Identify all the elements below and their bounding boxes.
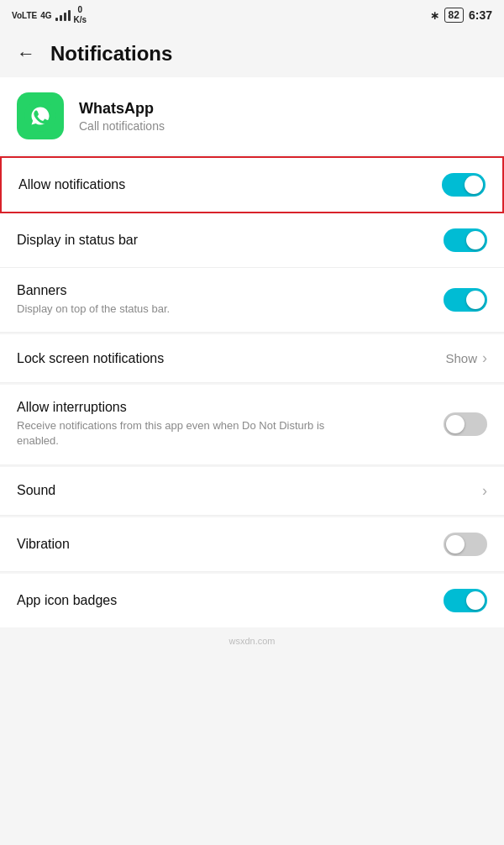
slider-banners (444, 288, 487, 312)
page-title: Notifications (50, 42, 172, 66)
chevron-wrap-lock-screen-notifications: Show› (445, 349, 487, 367)
toggle-app-icon-badges[interactable] (444, 589, 487, 612)
setting-row-allow-interruptions: Allow interruptionsReceive notifications… (0, 385, 504, 464)
chevron-icon-lock-screen-notifications: › (482, 349, 487, 367)
setting-label-lock-screen-notifications: Lock screen notifications (17, 351, 445, 366)
status-right: ∗ 82 6:37 (430, 8, 492, 23)
chevron-icon-sound: › (482, 482, 487, 500)
whatsapp-icon (24, 100, 56, 132)
toggle-allow-notifications[interactable] (442, 173, 486, 197)
setting-row-vibration: Vibration (0, 517, 504, 572)
setting-text-sound: Sound (17, 483, 482, 498)
setting-sub-banners: Display on top of the status bar. (17, 302, 336, 317)
bar2 (60, 15, 62, 21)
back-button[interactable]: ← (17, 45, 35, 63)
setting-row-lock-screen-notifications: Lock screen notificationsShow› (0, 334, 504, 383)
slider-allow-notifications (442, 173, 486, 197)
setting-label-allow-interruptions: Allow interruptions (17, 400, 444, 415)
setting-label-sound: Sound (17, 483, 482, 498)
header: ← Notifications (0, 30, 504, 77)
volte-label: VoLTE (12, 11, 37, 20)
toggle-display-status-bar[interactable] (444, 228, 487, 252)
setting-row-banners: BannersDisplay on top of the status bar. (0, 268, 504, 333)
watermark: wsxdn.com (0, 627, 504, 654)
app-details: WhatsApp Call notifications (79, 100, 165, 133)
app-icon (17, 92, 64, 139)
chevron-wrap-sound: › (482, 482, 487, 500)
setting-text-banners: BannersDisplay on top of the status bar. (17, 283, 444, 317)
setting-label-vibration: Vibration (17, 537, 444, 552)
app-subtitle: Call notifications (79, 119, 165, 133)
toggle-allow-interruptions[interactable] (444, 412, 487, 436)
clock: 6:37 (469, 8, 492, 22)
setting-row-allow-notifications: Allow notifications (0, 156, 504, 213)
network-type: 4G (40, 11, 51, 20)
data-rate: 0K/s (74, 5, 87, 25)
setting-row-display-status-bar: Display in status bar (0, 213, 504, 268)
status-bar: VoLTE 4G 0K/s ∗ 82 6:37 (0, 0, 504, 30)
toggle-vibration[interactable] (444, 533, 487, 556)
setting-text-app-icon-badges: App icon badges (17, 593, 444, 608)
slider-display-status-bar (444, 228, 487, 252)
bar3 (64, 13, 66, 21)
signal-bars (55, 9, 71, 21)
app-info-section: WhatsApp Call notifications (0, 77, 504, 155)
slider-app-icon-badges (444, 589, 487, 612)
setting-row-app-icon-badges: App icon badges (0, 574, 504, 627)
setting-text-allow-notifications: Allow notifications (18, 177, 442, 192)
setting-text-lock-screen-notifications: Lock screen notifications (17, 351, 445, 366)
app-name: WhatsApp (79, 100, 165, 118)
slider-allow-interruptions (444, 412, 487, 436)
setting-label-display-status-bar: Display in status bar (17, 233, 444, 248)
battery-icon: 82 (444, 8, 464, 23)
setting-label-banners: Banners (17, 283, 444, 298)
toggle-banners[interactable] (444, 288, 487, 312)
setting-value-lock-screen-notifications: Show (445, 351, 477, 365)
setting-text-vibration: Vibration (17, 537, 444, 552)
status-left: VoLTE 4G 0K/s (12, 5, 87, 25)
setting-label-app-icon-badges: App icon badges (17, 593, 444, 608)
setting-label-allow-notifications: Allow notifications (18, 177, 442, 192)
slider-vibration (444, 533, 487, 556)
bar4 (68, 10, 71, 21)
setting-text-display-status-bar: Display in status bar (17, 233, 444, 248)
bluetooth-icon: ∗ (430, 9, 439, 22)
setting-sub-allow-interruptions: Receive notifications from this app even… (17, 418, 336, 449)
bar1 (55, 18, 58, 21)
setting-row-sound: Sound› (0, 467, 504, 516)
setting-text-allow-interruptions: Allow interruptionsReceive notifications… (17, 400, 444, 449)
settings-section: Allow notificationsDisplay in status bar… (0, 156, 504, 627)
